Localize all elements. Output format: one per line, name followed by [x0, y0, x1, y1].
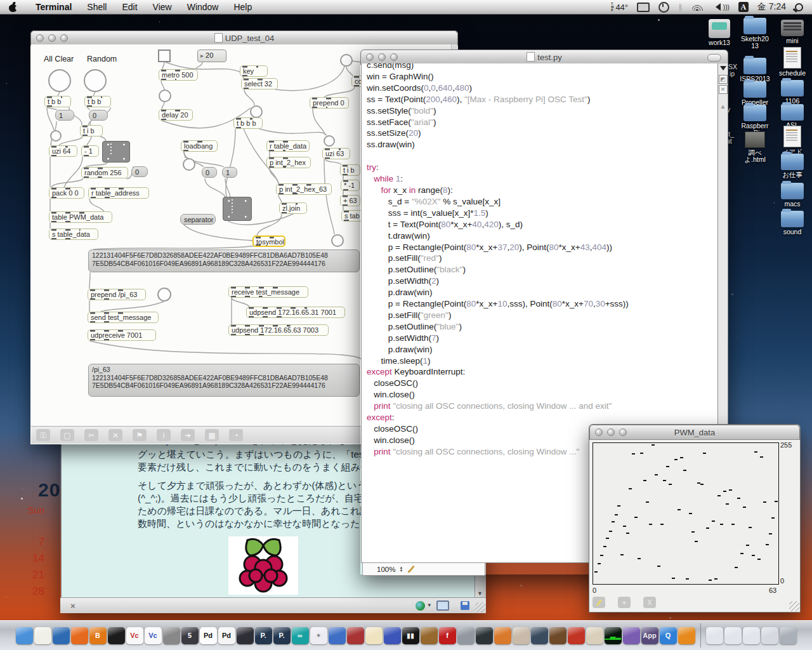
select-tool-button[interactable]: Ｘ: [643, 597, 656, 608]
max-titlebar[interactable]: UDP_test_04: [30, 30, 458, 46]
max-bang-button[interactable]: [84, 69, 107, 92]
max-object[interactable]: table PWM_data: [49, 211, 112, 223]
max-object[interactable]: send test_message: [88, 312, 159, 323]
dock-item-pd-1[interactable]: Pd: [200, 627, 217, 644]
max-object[interactable]: zl.join: [279, 202, 307, 214]
dock-item-finder[interactable]: [16, 627, 33, 644]
dock-item-cube[interactable]: [237, 627, 254, 644]
close-split-icon[interactable]: ✕: [719, 85, 728, 94]
max-toggle-box[interactable]: [158, 50, 171, 62]
dock-item-purple-mail[interactable]: [623, 627, 640, 644]
menu-shell[interactable]: Shell: [79, 2, 114, 12]
dock-item-firefox[interactable]: [71, 627, 88, 644]
dock-item-quicktime[interactable]: Q: [660, 627, 677, 644]
globe-icon[interactable]: [416, 601, 425, 611]
desktop-icon-sound[interactable]: sound: [769, 211, 812, 235]
dock-item-sparkle[interactable]: ✦: [310, 627, 327, 644]
max-object[interactable]: /pi_63 122131404F5F6E7D8D326858ADEE422AF…: [88, 364, 360, 397]
max-object[interactable]: + 63: [340, 195, 360, 206]
editor-titlebar[interactable]: test.py: [360, 50, 728, 65]
wifi-icon[interactable]: [692, 3, 703, 11]
bluetooth-icon[interactable]: ᛒ: [678, 3, 683, 12]
max-object[interactable]: separator: [180, 214, 216, 225]
pencil-icon[interactable]: [409, 566, 416, 573]
max-object[interactable]: key: [240, 65, 268, 77]
zoom-stepper[interactable]: ▲▼: [399, 566, 403, 573]
max-gate-object[interactable]: [102, 141, 130, 162]
dock-item-processing-1[interactable]: P.: [255, 627, 272, 644]
max-object[interactable]: 122131404F5F6E7D8D326858ADEE422AF0BE9489…: [88, 249, 360, 272]
max-object[interactable]: udpreceive 7001: [88, 329, 156, 341]
max-object[interactable]: t i b: [80, 125, 103, 136]
max-comment[interactable]: Random: [87, 55, 120, 63]
dock-item-arduino[interactable]: ∞: [292, 627, 309, 644]
max-bang-button[interactable]: [50, 130, 62, 142]
max-object[interactable]: udpsend 172.16.65.31 7001: [246, 307, 345, 318]
dock-item-trash[interactable]: [780, 627, 797, 644]
dock-item-ink[interactable]: [531, 627, 548, 644]
dock-item-flash[interactable]: f: [439, 627, 456, 644]
max-object[interactable]: prepend /pi_63: [88, 289, 146, 300]
add-tool-button[interactable]: ＋: [618, 597, 631, 608]
max-gate-object[interactable]: [223, 197, 252, 221]
dock-item-vlc[interactable]: [678, 627, 695, 644]
dock-item-terminal[interactable]: [108, 627, 125, 644]
dock-item-stack-1[interactable]: [706, 627, 723, 644]
max-object[interactable]: 0: [202, 167, 217, 178]
max-object[interactable]: 1: [55, 110, 74, 121]
max-object[interactable]: prepend 0: [310, 97, 349, 109]
dock-item-stack-3[interactable]: [743, 627, 760, 644]
input-source-icon[interactable]: A: [738, 2, 749, 12]
menu-view[interactable]: View: [145, 2, 180, 12]
close-icon[interactable]: ×: [70, 601, 75, 611]
max-object[interactable]: uzi 64: [49, 145, 77, 157]
pwm-titlebar[interactable]: PWM_data: [589, 425, 800, 440]
apple-menu-icon[interactable]: [9, 3, 18, 12]
max-bang-button[interactable]: [183, 158, 195, 171]
desktop-icon-oshigoto[interactable]: お仕事: [769, 154, 812, 178]
dock-item-app-box[interactable]: App: [641, 627, 658, 644]
dock-item-garageband[interactable]: [421, 627, 438, 644]
dock-item-keynote[interactable]: [549, 627, 566, 644]
dock-item-pd-2[interactable]: Pd: [218, 627, 235, 644]
max-object[interactable]: 0: [131, 166, 148, 177]
close-box-icon[interactable]: ✕: [108, 429, 122, 441]
table-plot[interactable]: [593, 442, 779, 585]
max-object[interactable]: t b b: [44, 96, 71, 107]
max-object[interactable]: t i b: [340, 164, 360, 176]
max-object[interactable]: t b b: [84, 96, 111, 107]
dock-item-quicksilver[interactable]: [163, 627, 180, 644]
max-object[interactable]: udpsend 172.16.65.63 7003: [228, 324, 329, 336]
dock-item-photobooth[interactable]: [513, 627, 530, 644]
dock-item-imovie[interactable]: [476, 627, 493, 644]
dock-item-thunderbird[interactable]: [53, 627, 70, 644]
desktop-icon-schedule[interactable]: schedule: [769, 47, 812, 77]
resize-grip[interactable]: [475, 602, 485, 613]
dock-item-vnc-1[interactable]: Vc: [126, 627, 143, 644]
desktop-icon-meado[interactable]: メアド: [769, 126, 812, 156]
new-object-icon[interactable]: ▢: [60, 429, 74, 441]
inspector-icon[interactable]: i: [157, 429, 171, 441]
menu-window[interactable]: Window: [180, 2, 226, 12]
dock-item-doc-pencil[interactable]: [365, 627, 383, 644]
max-object[interactable]: delay 20: [159, 109, 193, 121]
max-object[interactable]: p int_2_hex_63: [276, 183, 332, 195]
dock-item-mac-figure[interactable]: [494, 627, 511, 644]
arrow-icon[interactable]: ➔: [181, 429, 195, 441]
max-object[interactable]: metro 500: [159, 69, 198, 81]
dock-item-midi-keyboard[interactable]: ▮▮: [402, 627, 419, 644]
dock-item-textedit[interactable]: [34, 627, 51, 644]
dock-item-bbedit[interactable]: B: [89, 627, 107, 644]
desktop-icon-macs[interactable]: macs: [769, 183, 812, 208]
max-bang-button[interactable]: [340, 54, 353, 67]
max-object[interactable]: 1: [222, 167, 237, 178]
scroll-up-icon[interactable]: ▲: [718, 103, 728, 110]
max-bang-button[interactable]: [159, 90, 171, 102]
dock-item-pen-tool[interactable]: [329, 627, 346, 644]
timing-icon[interactable]: ◔: [229, 429, 243, 441]
max-number-box[interactable]: 20: [197, 50, 226, 62]
desktop-icon-mini[interactable]: mini: [769, 20, 812, 44]
max-bang-button[interactable]: [157, 288, 171, 302]
dock-item-spectrum[interactable]: ▁▃▂: [605, 627, 622, 644]
pencil-tool-button[interactable]: [593, 597, 605, 608]
